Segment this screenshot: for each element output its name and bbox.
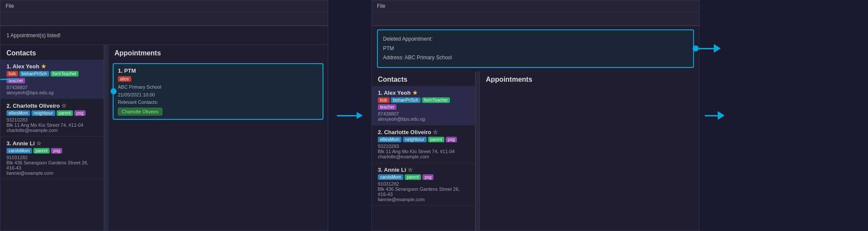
right-tag-parent: parent <box>428 137 444 142</box>
right-tag-elliesmom: elliesMom <box>378 137 402 142</box>
right-contact-tags-2: elliesMom neighbour parent psg <box>378 137 469 142</box>
left-panel: File 1 Appointment(s) listed! Contacts 1… <box>0 0 328 231</box>
right-contact-address-2: Blk 11 Ang Mo Kio Street 74, #11-04 <box>378 149 469 154</box>
tag-psg-3: psg <box>51 148 62 154</box>
deleted-address: Address: ABC Primary School <box>383 53 688 63</box>
right-tag-neighbour: neighbour <box>403 137 426 142</box>
tag-psg: psg <box>74 110 86 116</box>
right-tag-bishan: bishanPriSch <box>391 97 421 103</box>
right-contact-email-3: liannie@example.com <box>378 197 469 202</box>
right-tag-parent-3: parent <box>405 174 421 180</box>
arrow-head <box>714 44 721 53</box>
right-file-menu[interactable]: File <box>377 3 385 9</box>
left-menubar[interactable]: File <box>0 0 328 12</box>
right-arrow-icon <box>337 111 363 120</box>
right-star-icon-2: ☆ <box>433 129 438 135</box>
main-container: File 1 Appointment(s) listed! Contacts 1… <box>0 0 868 231</box>
tag-formteacher: formTeacher <box>51 71 79 77</box>
right-star-icon-1: ★ <box>412 90 418 96</box>
deleted-notice: Deleted Appointment: PTM Address: ABC Pr… <box>377 29 694 68</box>
right-tag-psg-3: psg <box>422 174 434 180</box>
right-contact-address-3: Blk 436 Serangoon Gardens Street 26, #16… <box>378 186 469 197</box>
star-icon-3: ☆ <box>36 140 41 147</box>
right-toolbar <box>372 12 699 26</box>
contact-tags-3: carolsMom parent psg <box>6 148 98 154</box>
relevant-contact-tag[interactable]: Charlotte Oliveiro <box>118 108 162 116</box>
deleted-title: PTM <box>383 44 688 54</box>
left-appointments-list: 1. PTM alice ABC Primary School 21/05/20… <box>108 60 328 231</box>
contact-name-2: 2. Charlotte Oliveiro ☆ <box>6 103 98 109</box>
right-appointments-title: Appointments <box>480 71 699 86</box>
deleted-label: Deleted Appointment: <box>383 35 688 44</box>
left-status: 1 Appointment(s) listed! <box>0 26 328 45</box>
inter-panel-arrow <box>328 0 371 231</box>
right-contact-item-1[interactable]: 1. Alex Yeoh ★ bob bishanPriSch formTeac… <box>372 86 475 125</box>
right-contact-item-2[interactable]: 2. Charlotte Oliveiro ☆ elliesMom neighb… <box>372 125 475 163</box>
right-contact-phone-2: 93210283 <box>378 144 469 149</box>
appt-tag-alice: alice <box>118 76 131 82</box>
contact-item-3[interactable]: 3. Annie Li ☆ carolsMom parent psg 91031… <box>0 137 104 180</box>
right-tag-formteacher: formTeacher <box>422 97 450 103</box>
arrow-dot <box>693 45 699 51</box>
status-text: 1 Appointment(s) listed! <box>6 32 60 38</box>
right-menubar[interactable]: File <box>372 0 699 12</box>
star-icon-2: ☆ <box>61 103 67 109</box>
right-contact-email-1: alexyeoh@bps.edu.sg <box>378 116 469 122</box>
right-contact-email-2: charlotte@example.com <box>378 154 469 159</box>
tag-parent: parent <box>57 110 73 116</box>
appt-title-1: 1. PTM <box>118 67 318 74</box>
right-contact-name-3: 3. Annie Li ☆ <box>378 167 469 173</box>
contact-phone-1: 87438807 <box>6 85 98 90</box>
appt-item-1[interactable]: 1. PTM alice ABC Primary School 21/05/20… <box>113 63 323 120</box>
appt-detail-1: ABC Primary School 21/05/2021 10:00 Rele… <box>118 83 318 106</box>
contact-item-1[interactable]: 1. Alex Yeoh ★ bob bishanPriSch formTeac… <box>0 60 104 99</box>
right-tag-teacher: teacher <box>378 104 396 110</box>
contact-phone-3: 91031282 <box>6 155 98 160</box>
left-file-menu[interactable]: File <box>6 3 14 9</box>
far-arrow-head <box>718 111 725 120</box>
star-icon-1: ★ <box>41 63 46 70</box>
contact-email-1: alexyeoh@bps.edu.sg <box>6 90 98 95</box>
left-scrollbar[interactable] <box>104 45 108 231</box>
contact-item-2[interactable]: 2. Charlotte Oliveiro ☆ elliesMom neighb… <box>0 99 104 137</box>
left-arrow <box>0 76 18 83</box>
left-contacts-title: Contacts <box>0 45 104 60</box>
left-contacts-list: 1. Alex Yeoh ★ bob bishanPriSch formTeac… <box>0 60 104 231</box>
appt-dot <box>111 88 117 94</box>
right-scrollbar[interactable] <box>475 71 480 231</box>
left-contacts-section: Contacts 1. Alex Yeoh ★ bob bishanPriSch… <box>0 45 104 231</box>
right-panel: File Deleted Appointment: PTM Address: A… <box>371 0 700 231</box>
right-contact-name-2: 2. Charlotte Oliveiro ☆ <box>378 129 469 135</box>
deleted-notice-container: Deleted Appointment: PTM Address: ABC Pr… <box>372 26 699 71</box>
right-contact-phone-3: 91031282 <box>378 181 469 186</box>
left-appointments-title: Appointments <box>108 45 328 60</box>
tag-bishan: bishanPriSch <box>19 71 49 77</box>
outgoing-arrow <box>693 44 721 53</box>
left-appointments-section: Appointments 1. PTM alice ABC Primary Sc… <box>108 45 328 231</box>
tag-elliesmom: elliesMom <box>6 110 30 116</box>
right-appointments-section: Appointments <box>480 71 699 231</box>
right-contact-tags-3: carolsMom parent psg <box>378 174 469 180</box>
right-contact-phone-1: 87438807 <box>378 111 469 116</box>
right-contact-item-3[interactable]: 3. Annie Li ☆ carolsMom parent psg 91031… <box>372 163 475 206</box>
far-right-arrow <box>705 111 725 120</box>
contact-name-1: 1. Alex Yeoh ★ <box>6 63 98 70</box>
right-panel-body: Contacts 1. Alex Yeoh ★ bob bishanPriSch… <box>372 71 699 231</box>
contact-address-3: Blk 436 Serangoon Gardens Street 26, #16… <box>6 160 98 170</box>
contact-phone-2: 93210283 <box>6 117 98 122</box>
contact-address-2: Blk 11 Ang Mo Kio Street 74, #11-04 <box>6 122 98 128</box>
right-contacts-list: 1. Alex Yeoh ★ bob bishanPriSch formTeac… <box>372 86 475 231</box>
right-contacts-title: Contacts <box>372 71 475 86</box>
contact-email-3: liannie@example.com <box>6 170 98 176</box>
tag-parent-3: parent <box>33 148 50 154</box>
right-contact-tags-1: bob bishanPriSch formTeacher teacher <box>378 97 469 110</box>
contact-tags-2: elliesMom neighbour parent psg <box>6 110 98 116</box>
contact-tags-1: bob bishanPriSch formTeacher teacher <box>6 71 98 83</box>
right-tag-bob: bob <box>378 97 390 103</box>
right-contacts-section: Contacts 1. Alex Yeoh ★ bob bishanPriSch… <box>372 71 475 231</box>
tag-neighbour: neighbour <box>32 110 55 116</box>
left-panel-body: Contacts 1. Alex Yeoh ★ bob bishanPriSch… <box>0 45 328 231</box>
right-contact-name-1: 1. Alex Yeoh ★ <box>378 90 469 96</box>
far-arrow-line <box>705 115 718 116</box>
right-tag-psg: psg <box>446 137 457 142</box>
